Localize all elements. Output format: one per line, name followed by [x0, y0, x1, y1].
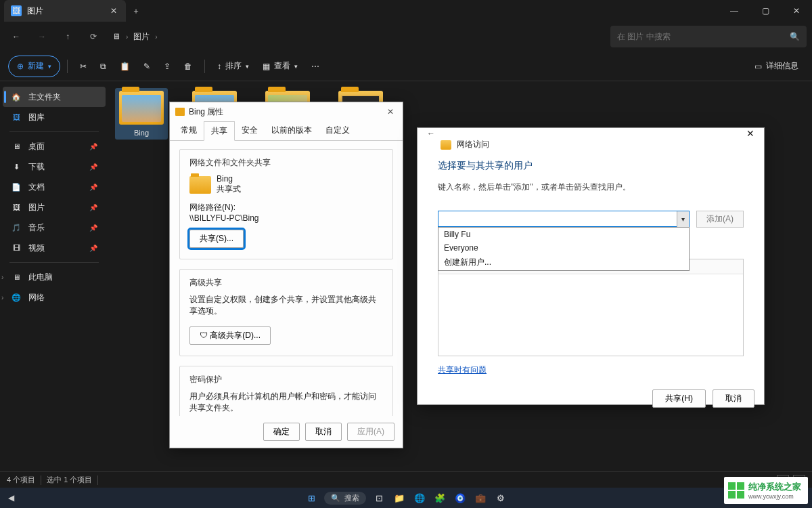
more-button[interactable]: ⋯	[306, 56, 325, 77]
divider	[41, 475, 41, 485]
dropdown-option[interactable]: 创建新用户...	[438, 255, 689, 270]
sidebar-item-home[interactable]: 🏠 主文件夹	[3, 87, 106, 107]
tab-sharing[interactable]: 共享	[204, 121, 235, 141]
tab-close-icon[interactable]: ✕	[108, 6, 119, 16]
password-protection-section: 密码保护 用户必须具有此计算机的用户帐户和密码，才能访问共享文件夹。 若要更改此…	[179, 366, 393, 416]
view-icon: ▦	[263, 62, 270, 71]
folder-icon	[119, 91, 164, 125]
minimize-button[interactable]: —	[719, 0, 750, 22]
window-controls: — ▢ ✕	[719, 0, 812, 22]
home-icon: 🏠	[11, 91, 22, 102]
sidebar-item-network[interactable]: ›🌐网络	[3, 287, 106, 308]
start-button[interactable]: ⊞	[304, 490, 319, 505]
properties-dialog: Bing 属性 ✕ 常规 共享 安全 以前的版本 自定义 网络文件和文件夹共享 …	[169, 102, 403, 448]
sidebar-item-pictures[interactable]: 🖼图片📌	[3, 197, 106, 217]
app-button[interactable]: 🧩	[432, 490, 447, 505]
close-icon[interactable]: ✕	[742, 128, 759, 139]
folder-icon	[189, 176, 211, 194]
trouble-sharing-link[interactable]: 共享时有问题	[438, 365, 487, 375]
new-tab-button[interactable]: ＋	[126, 5, 146, 17]
browser-tab[interactable]: 🖼 图片 ✕	[4, 0, 126, 22]
share-button[interactable]: ⇪	[158, 56, 176, 77]
cut-button[interactable]: ✂	[74, 56, 92, 77]
breadcrumb-item[interactable]: 图片	[133, 31, 150, 43]
tab-security[interactable]: 安全	[235, 121, 265, 140]
forward-button[interactable]: →	[31, 26, 53, 47]
back-button[interactable]: ←	[423, 129, 439, 138]
user-list[interactable]	[438, 259, 744, 356]
tab-general[interactable]: 常规	[174, 121, 204, 140]
sidebar-item-downloads[interactable]: ⬇下载📌	[3, 156, 106, 177]
widgets-button[interactable]: ◀	[8, 493, 14, 503]
sort-button[interactable]: ↕ 排序 ▾	[212, 56, 254, 77]
explorer-button[interactable]: 📁	[392, 490, 407, 505]
watermark: 纯净系统之家 www.ycwxjy.com	[724, 477, 808, 504]
selected-count: 选中 1 个项目	[47, 475, 92, 485]
chevron-right-icon: ›	[1, 294, 3, 301]
app-button[interactable]: 💼	[473, 490, 488, 505]
copy-button[interactable]: ⧉	[95, 56, 112, 77]
network-path: \\BILLYFU-PC\Bing	[189, 213, 383, 223]
cancel-button[interactable]: 取消	[305, 423, 342, 441]
dropdown-button[interactable]: ▾	[677, 211, 689, 227]
music-icon: 🎵	[11, 222, 22, 233]
sidebar-item-desktop[interactable]: 🖥桌面📌	[3, 136, 106, 156]
rename-button[interactable]: ✎	[138, 56, 156, 77]
taskbar-search[interactable]: 🔍 搜索	[324, 492, 366, 505]
sidebar-item-gallery[interactable]: 🖼 图库	[3, 107, 106, 127]
share-state: 共享式	[217, 184, 241, 195]
ok-button[interactable]: 确定	[263, 423, 300, 441]
dropdown-option[interactable]: Everyone	[438, 241, 689, 255]
advanced-share-button[interactable]: 🛡 高级共享(D)...	[189, 326, 271, 345]
user-input[interactable]	[438, 211, 690, 227]
search-input[interactable]	[617, 32, 786, 41]
advanced-sharing-section: 高级共享 设置自定义权限，创建多个共享，并设置其他高级共享选项。 🛡 高级共享(…	[179, 269, 393, 356]
new-button[interactable]: ⊕ 新建 ▾	[8, 56, 60, 77]
dialog-titlebar[interactable]: ← ✕	[418, 128, 764, 139]
breadcrumb[interactable]: 🖥 › 图片 ›	[112, 31, 158, 43]
close-button[interactable]: ✕	[781, 0, 812, 22]
tab-customize[interactable]: 自定义	[319, 121, 357, 140]
search-box[interactable]: 🔍	[610, 26, 807, 47]
add-button[interactable]: 添加(A)	[696, 211, 744, 228]
dialog-title: 选择要与其共享的用户	[438, 160, 744, 172]
refresh-button[interactable]: ⟳	[83, 26, 104, 47]
divider	[67, 60, 68, 73]
share-button[interactable]: 共享(S)...	[189, 230, 244, 248]
maximize-button[interactable]: ▢	[750, 0, 781, 22]
edge-button[interactable]: 🌐	[412, 490, 427, 505]
chevron-right-icon: ›	[155, 33, 157, 41]
task-view-button[interactable]: ⊡	[371, 490, 386, 505]
app-button[interactable]: ⚙	[493, 490, 508, 505]
apply-button[interactable]: 应用(A)	[347, 423, 394, 441]
delete-button[interactable]: 🗑	[179, 56, 198, 77]
chevron-down-icon: ▾	[48, 63, 51, 70]
cancel-button[interactable]: 取消	[713, 389, 754, 408]
pc-icon: 🖥	[11, 272, 22, 282]
dialog-titlebar[interactable]: Bing 属性 ✕	[170, 102, 403, 121]
item-count: 4 个项目	[7, 475, 35, 485]
app-button[interactable]: 🧿	[453, 490, 468, 505]
tab-previous-versions[interactable]: 以前的版本	[265, 121, 319, 140]
navigation-bar: ← → ↑ ⟳ 🖥 › 图片 › 🔍	[0, 22, 812, 51]
folder-label: Bing	[134, 129, 149, 137]
paste-button[interactable]: 📋	[114, 56, 135, 77]
dropdown-option[interactable]: Billy Fu	[438, 228, 689, 241]
pictures-icon: 🖼	[11, 202, 22, 213]
desktop-icon: 🖥	[11, 141, 22, 152]
details-button[interactable]: ▭ 详细信息	[749, 56, 804, 77]
folder-item[interactable]: Bing	[115, 88, 168, 140]
up-button[interactable]: ↑	[57, 26, 78, 47]
pin-icon: 📌	[89, 245, 97, 252]
sidebar-item-documents[interactable]: 📄文档📌	[3, 177, 106, 197]
sort-icon: ↕	[217, 62, 221, 71]
section-text: 用户必须具有此计算机的用户帐户和密码，才能访问共享文件夹。	[189, 391, 383, 414]
back-button[interactable]: ←	[5, 26, 27, 47]
sidebar-item-music[interactable]: 🎵音乐📌	[3, 217, 106, 238]
close-icon[interactable]: ✕	[384, 107, 397, 117]
user-combo: ▾ Billy Fu Everyone 创建新用户... 添加(A)	[438, 211, 744, 228]
view-button[interactable]: ▦ 查看 ▾	[257, 56, 303, 77]
share-confirm-button[interactable]: 共享(H)	[652, 389, 706, 408]
sidebar-item-thispc[interactable]: ›🖥此电脑	[3, 267, 106, 287]
sidebar-item-videos[interactable]: 🎞视频📌	[3, 238, 106, 258]
